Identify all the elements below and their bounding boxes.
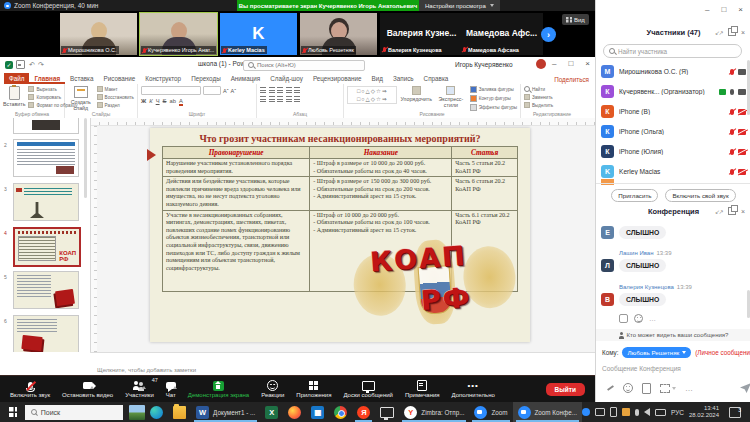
- taskbar-chrome[interactable]: [329, 402, 352, 422]
- strikethrough-button[interactable]: S: [163, 98, 167, 104]
- format-icon[interactable]: [606, 384, 614, 392]
- tab-design[interactable]: Конструктор: [140, 73, 186, 84]
- line-spacing-icon[interactable]: [294, 87, 300, 93]
- tray-security-icon[interactable]: [622, 408, 630, 416]
- video-tile[interactable]: Мирошникова О.С.: [60, 13, 137, 55]
- redo-icon[interactable]: ↷: [38, 61, 44, 69]
- taskbar-yandex[interactable]: Я: [352, 402, 375, 422]
- share-screen-button[interactable]: Демонстрация экрана: [182, 376, 255, 402]
- tab-file[interactable]: Файл: [4, 73, 29, 84]
- leave-button[interactable]: Выйти: [546, 383, 585, 396]
- tab-record[interactable]: Запись: [388, 73, 419, 84]
- recipient-select[interactable]: Любовь Решетняк: [622, 347, 691, 358]
- notes-button[interactable]: Примечания: [399, 376, 446, 402]
- minimize-icon[interactable]: –: [552, 59, 556, 68]
- font-name-select[interactable]: [141, 86, 201, 95]
- taskbar-zoom-conference[interactable]: Zoom Конфе...: [513, 402, 582, 422]
- slide-thumbnail-6[interactable]: [13, 315, 79, 352]
- popout-icon[interactable]: [728, 207, 736, 215]
- mute-button[interactable]: Включить звук: [4, 376, 56, 402]
- section-button[interactable]: Раздел: [97, 102, 134, 108]
- replace-button[interactable]: Заменить: [524, 94, 553, 100]
- ppt-user-avatar[interactable]: [536, 59, 546, 69]
- italic-button[interactable]: К: [149, 98, 152, 104]
- current-slide[interactable]: Что грозит участникам несанкционированны…: [150, 128, 530, 342]
- tab-transitions[interactable]: Переходы: [186, 73, 226, 84]
- select-button[interactable]: Выделить: [524, 102, 553, 108]
- paste-button[interactable]: Вставить: [3, 86, 25, 107]
- autosave-indicator-icon[interactable]: ✓: [5, 61, 13, 69]
- chevron-up-icon[interactable]: [30, 386, 34, 389]
- participants-button[interactable]: 47 Участники: [119, 376, 160, 402]
- screenshot-button[interactable]: [660, 384, 676, 393]
- close-panel-icon[interactable]: ×: [741, 208, 745, 215]
- video-tile-active-speaker[interactable]: Кучерявенко Игорь Анат...: [140, 13, 217, 55]
- font-color-button[interactable]: A: [179, 98, 183, 106]
- popout-icon[interactable]: [728, 28, 736, 36]
- participant-row[interactable]: К iPhone (В): [601, 102, 746, 121]
- chevron-up-icon[interactable]: [142, 386, 146, 389]
- clock[interactable]: 13:41 28.02.2024: [689, 405, 719, 420]
- tray-zoom-icon[interactable]: [582, 408, 590, 416]
- participant-search-input[interactable]: Найти участника: [603, 44, 742, 58]
- ppt-search-box[interactable]: Поиск (Alt+Ю): [243, 60, 365, 71]
- thumbnail-scrollbar[interactable]: [84, 118, 87, 198]
- emoji-icon[interactable]: [623, 383, 633, 393]
- participant-row[interactable]: К iPhone (Ольга): [601, 122, 746, 141]
- ppt-share-button[interactable]: Поделиться: [554, 76, 589, 84]
- tab-review[interactable]: Рецензирование: [308, 73, 367, 84]
- tray-phone-icon[interactable]: [610, 407, 617, 417]
- participant-row[interactable]: К Кучерявенк... (Организатор): [601, 82, 746, 101]
- taskbar-search-box[interactable]: Поиск: [25, 405, 123, 420]
- close-panel-icon[interactable]: ×: [741, 29, 745, 36]
- slide-thumbnail-2[interactable]: [13, 139, 79, 177]
- ppt-user-name[interactable]: Игорь Кучерявенко: [455, 61, 513, 68]
- grow-font-button[interactable]: Aˆ: [223, 88, 229, 94]
- more-actions-icon[interactable]: …: [649, 315, 656, 322]
- tray-mic-icon[interactable]: [635, 409, 639, 416]
- collapse-icon[interactable]: ↙↗: [715, 29, 723, 36]
- whiteboards-button[interactable]: Доски сообщений: [337, 376, 399, 402]
- taskbar-calculator[interactable]: ▦: [306, 402, 329, 422]
- chevron-up-icon[interactable]: [90, 386, 94, 389]
- restore-icon[interactable]: □: [721, 5, 726, 14]
- indent-decrease-icon[interactable]: [277, 87, 283, 93]
- next-participants-button[interactable]: ›: [541, 27, 556, 42]
- view-layout-button[interactable]: Вид: [562, 14, 589, 25]
- reset-button[interactable]: Восстановить: [97, 94, 134, 100]
- video-tile[interactable]: Любовь Решетняк: [300, 13, 377, 55]
- send-icon[interactable]: [740, 383, 750, 393]
- restore-icon[interactable]: □: [568, 59, 573, 68]
- indent-increase-icon[interactable]: [286, 87, 292, 93]
- undo-icon[interactable]: ↶: [29, 61, 35, 69]
- slide-thumbnail-4-selected[interactable]: КОАПРФ: [13, 227, 81, 267]
- slide-thumbnail-panel[interactable]: 2 3 4 КОАПРФ 5 6: [0, 118, 91, 352]
- tray-battery-icon[interactable]: [655, 409, 666, 416]
- taskbar-zimbra[interactable]: Y Zimbra: Отпр...: [399, 402, 469, 422]
- apps-button[interactable]: Приложения: [290, 376, 337, 402]
- participant-row[interactable]: М Мирошникова О.С. (Я): [601, 62, 746, 81]
- tab-help[interactable]: Справка: [419, 73, 454, 84]
- react-emoji-icon[interactable]: [634, 314, 643, 323]
- shapes-gallery[interactable]: □○△◇☆⇒□○△◇☆⇒: [347, 86, 397, 104]
- weather-widget-icon[interactable]: [129, 405, 145, 420]
- chat-input[interactable]: Сообщение Конференция: [602, 365, 681, 372]
- start-button-icon[interactable]: [9, 407, 17, 417]
- font-size-select[interactable]: [203, 86, 221, 95]
- video-tile[interactable]: Мамедова Афс... Мамедова Афсана: [460, 13, 543, 55]
- tray-display-icon[interactable]: [595, 408, 605, 416]
- taskbar-zoom[interactable]: Zoom: [469, 402, 512, 422]
- tab-home[interactable]: Главная: [29, 73, 65, 84]
- taskbar-network-pc[interactable]: [375, 402, 399, 422]
- tab-view[interactable]: Вид: [367, 73, 388, 84]
- align-center-icon[interactable]: [269, 96, 275, 102]
- arrange-button[interactable]: Упорядочить: [400, 86, 432, 102]
- minimize-icon[interactable]: –: [705, 5, 709, 14]
- slide-thumbnail-1[interactable]: [13, 118, 79, 134]
- notification-center-icon[interactable]: 3: [729, 407, 741, 418]
- new-slide-button[interactable]: Создать слайд: [68, 86, 94, 111]
- more-button[interactable]: ••• Дополнительно: [446, 376, 501, 402]
- composer-more-icon[interactable]: …: [685, 384, 693, 393]
- taskbar-word[interactable]: W Документ1 - ...: [191, 402, 260, 422]
- taskbar-edge[interactable]: [145, 402, 168, 422]
